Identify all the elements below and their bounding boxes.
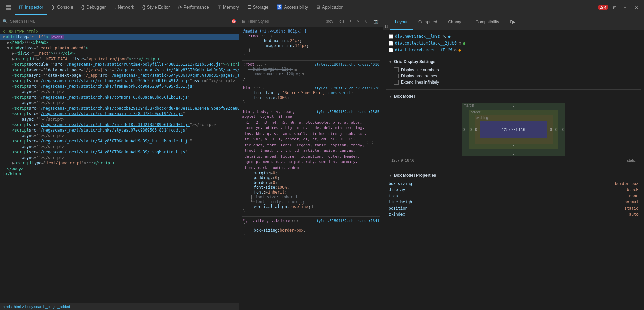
element-row[interactable]: div.collectionStack__2jdb0 ⚙ ● <box>386 40 641 47</box>
expand-arrow[interactable]: ▼ <box>7 46 9 50</box>
extend-lines-checkbox[interactable] <box>394 80 399 85</box>
css-source-link[interactable]: styles.6180ff02.chunk.css:4010 <box>314 62 379 66</box>
tab-console[interactable]: ❯ Console <box>47 0 77 15</box>
css-prop-line[interactable]: margin : ▶ 0 ; <box>242 171 380 175</box>
css-prop-line[interactable]: vertical-align : baseline ; ℹ <box>242 204 380 209</box>
tab-layout[interactable]: Layout <box>390 15 413 30</box>
tab-inspector[interactable]: ◫ Inspector <box>15 0 47 15</box>
css-prop-line[interactable]: box-sizing : border-box ; <box>242 228 380 233</box>
event-badge[interactable]: event <box>51 35 64 39</box>
margin-bottom[interactable]: 0 <box>513 152 515 156</box>
breadcrumb-body[interactable]: html > body.search_plugin_added <box>14 305 70 309</box>
border-left[interactable]: 0 <box>470 128 472 132</box>
css-source-link[interactable]: styles.6180ff02.chunk.css:1628 <box>314 86 379 90</box>
tab-memory[interactable]: ◫ Memory <box>213 0 243 15</box>
expand-arrow[interactable]: ▼ <box>3 35 5 39</box>
css-prop-line[interactable]: --hud-margin: 12px; ⊟ <box>242 67 380 72</box>
html-line[interactable]: <script src =" /megascans/_next/static/r… <box>0 78 239 84</box>
css-prop-line[interactable]: border : ▶ 0 ; <box>242 180 380 185</box>
display-line-numbers-checkbox[interactable] <box>394 67 399 72</box>
html-line[interactable]: <script src =" /megascans/_next/static/S… <box>0 138 239 144</box>
close-devtools-button[interactable]: ✕ <box>632 3 641 12</box>
responsive-mode-button[interactable]: ⊡ <box>610 3 619 12</box>
search-html-input[interactable] <box>10 19 225 24</box>
box-model-section-header[interactable]: ▼ Box Model <box>386 91 641 100</box>
padding-top[interactable]: 0 <box>513 116 515 120</box>
filter-styles-input[interactable] <box>248 19 322 24</box>
info-icon[interactable]: ℹ <box>312 204 314 209</box>
css-prop-line[interactable]: font : ▶ inherit ; <box>242 190 380 195</box>
breadcrumb-html[interactable]: html <box>3 305 10 309</box>
tab-application[interactable]: ⊞ Application <box>312 0 348 15</box>
gear-icon[interactable]: ⚙ <box>459 41 461 46</box>
pick-element-button[interactable]: 🎯 <box>231 19 236 24</box>
css-prop-line[interactable]: font-size : 100% ; <box>242 95 380 100</box>
margin-top[interactable]: 0 <box>513 103 515 107</box>
border-top[interactable]: 0 <box>513 110 515 114</box>
padding-left[interactable]: 0 <box>475 128 477 132</box>
grid-settings-section-header[interactable]: ▼ Grid Display Settings <box>386 57 641 65</box>
padding-right[interactable]: 0 <box>550 128 552 132</box>
element-checkbox[interactable] <box>389 48 393 52</box>
dark-theme-button[interactable]: ☾ <box>364 18 370 24</box>
html-line[interactable]: <script async ="" data-next-page =" /_ap… <box>0 73 239 78</box>
html-line[interactable]: <script src =" /megascans/_next/static/c… <box>0 95 239 100</box>
html-line-selected[interactable]: ▼ <html lang =" en-US " > event <box>0 34 239 40</box>
more-options-button[interactable]: ⋯ <box>621 3 630 12</box>
html-line[interactable]: <script src =" /megascans/_next/static/r… <box>0 111 239 116</box>
expand-arrow[interactable]: ▶ <box>12 161 15 165</box>
tab-style-editor[interactable]: {} Style Editor <box>138 0 174 15</box>
html-line[interactable]: ▶ <head> ••• </head> <box>0 40 239 45</box>
html-line[interactable]: ▼ <body class =" search_plugin_added " > <box>0 45 239 51</box>
border-right[interactable]: 0 <box>555 128 557 132</box>
html-line[interactable]: <script nomodule ="" src =" /megascans/_… <box>0 62 239 67</box>
filter-toggle[interactable]: ⊟ <box>302 72 304 76</box>
collapse-button[interactable]: ◧ <box>383 22 390 30</box>
box-model-props-section-header[interactable]: ▼ Box Model Properties <box>386 170 641 179</box>
devtools-icon-button[interactable] <box>3 0 15 15</box>
expand-arrow[interactable]: ▶ <box>12 51 15 56</box>
css-prop-line[interactable]: --hud-margin : 24px ; <box>248 38 380 43</box>
tab-accessibility[interactable]: ♿ Accessibility <box>273 0 312 15</box>
css-prop-line[interactable]: font-family : 'Source Sans Pro', sans-se… <box>242 90 380 95</box>
light-theme-button[interactable]: ☀ <box>355 18 362 24</box>
hover-button[interactable]: :hov <box>324 18 335 24</box>
html-line[interactable]: <script src =" /megascans/_next/static/c… <box>0 106 239 111</box>
html-line[interactable]: <script src =" /megascans/_next/static/c… <box>0 122 239 127</box>
css-sub-prop-line[interactable]: └─ font-family: inherit; <box>242 199 380 204</box>
expand-arrow[interactable]: ▶ <box>7 40 9 45</box>
css-prop-line[interactable]: --image-margin: 120px; ⊟ <box>242 72 380 76</box>
cls-button[interactable]: .cls <box>337 18 346 24</box>
tab-compatibility[interactable]: Compatibility <box>470 15 504 30</box>
element-checkbox[interactable] <box>389 41 393 46</box>
tab-debugger[interactable]: {} Debugger <box>77 0 110 15</box>
filter-toggle[interactable]: ⊟ <box>295 67 297 71</box>
css-prop-line[interactable]: padding : ▶ 0 ; <box>242 175 380 180</box>
expand-arrow[interactable]: ▶ <box>12 57 15 61</box>
css-prop-line[interactable]: font-size : 100% ; <box>242 185 380 190</box>
css-source-link[interactable]: styles.6180ff02.chunk.css:1585 <box>314 110 379 114</box>
margin-left[interactable]: 0 <box>463 128 465 132</box>
html-line[interactable]: <script src =" /megascans/_next/static/S… <box>0 149 239 155</box>
html-line[interactable]: ▶ <script type =" text/javascript "> •••… <box>0 160 239 166</box>
tab-network[interactable]: ↕ Network <box>110 0 138 15</box>
css-source-link[interactable]: styles.6180ff02.chunk.css:1641 <box>314 219 379 223</box>
css-prop-line[interactable]: --image-margin : 144px ; <box>248 43 380 48</box>
element-row[interactable]: div.libraryHeader__iTifW ⚙ ● <box>386 47 641 53</box>
tab-storage[interactable]: ☰ Storage <box>243 0 273 15</box>
css-sub-prop-line[interactable]: ├─ font-size: inherit; <box>242 195 380 199</box>
element-checkbox[interactable] <box>389 34 393 39</box>
border-bottom[interactable]: 0 <box>513 145 515 149</box>
html-line[interactable]: ▶ <script id =" __NEXT_DATA__ " type =" … <box>0 56 239 62</box>
add-style-button[interactable]: + <box>348 18 353 24</box>
element-row[interactable]: div.newsStack__lH9z 🔧 ● <box>386 33 641 40</box>
html-line[interactable]: <script src =" /megascans/_next/static/c… <box>0 84 239 89</box>
html-line[interactable]: <script async ="" data-next-page =" /[vi… <box>0 67 239 73</box>
html-line[interactable]: ▶ <div id =" __next " > ••• </div> <box>0 51 239 56</box>
tab-fonts[interactable]: F▶ <box>504 15 521 30</box>
tab-changes[interactable]: Changes <box>443 15 470 30</box>
html-line[interactable]: <script src =" /megascans/_next/static/c… <box>0 127 239 133</box>
gear-icon[interactable]: ⚙ <box>454 48 456 52</box>
tab-performance[interactable]: ◔ Performance <box>174 0 213 15</box>
add-node-button[interactable]: + <box>227 19 229 24</box>
